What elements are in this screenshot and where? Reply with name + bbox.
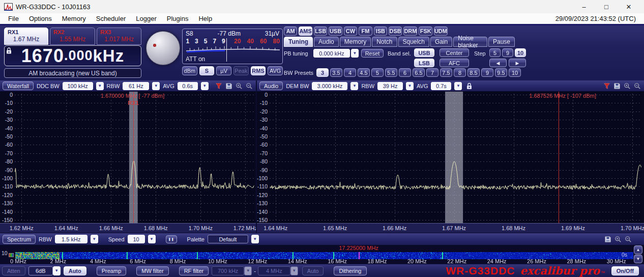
smeter-unit-button[interactable]: dBm [182,66,197,75]
mode-button[interactable]: LSB [314,26,327,36]
zoom-out-icon[interactable] [633,81,641,90]
onoff-button[interactable]: On/Off [611,266,639,275]
bw-preset-button[interactable]: 3.5 [330,68,342,77]
mode-button[interactable]: AMS [299,26,312,36]
audio-rbw-dropdown[interactable]: ▼ [406,82,414,90]
smeter-unit-button[interactable]: S [199,66,215,75]
demod-tab[interactable]: Pause [488,37,515,47]
mode-button[interactable]: AM [284,26,297,36]
palette-value[interactable]: Default [208,235,248,243]
bw-preset-button[interactable]: 9 [481,68,493,77]
rf-filter-to[interactable]: 4 MHz [258,266,290,275]
menu-item[interactable]: Scheduler [91,14,131,23]
rf-filter-auto-button[interactable]: Auto [302,266,324,275]
demod-tab[interactable]: Noise blanker [453,37,487,47]
pause-waterfall-button[interactable]: ❚❚ [166,235,177,243]
ddc-rbw-dropdown[interactable]: ▼ [152,82,160,90]
bw-preset-button[interactable]: 8.5 [467,68,480,77]
ddc-bw-dropdown[interactable]: ▼ [96,82,104,90]
spectrum-tab[interactable]: Spectrum [3,235,36,244]
bw-preset-button[interactable]: 7.5 [440,68,452,77]
ddc-bw-value[interactable]: 100 kHz [63,82,93,90]
zoom-in-icon[interactable] [613,235,622,243]
demod-tab[interactable]: Squelch [398,37,429,47]
rf-filter-to-dropdown[interactable]: ▼ [290,266,298,275]
bw-lock-icon[interactable] [465,81,474,90]
scroll-up-button[interactable]: ▲ [634,245,642,254]
dithering-button[interactable]: Dithering [334,266,366,275]
ddc-rbw-value[interactable]: 61 Hz [123,82,149,90]
pb-reset-button[interactable]: Reset [361,49,384,58]
zoom-out-icon[interactable] [245,81,253,90]
speed-value[interactable]: 10 [128,235,145,243]
wideband-rbw-value[interactable]: 1.5 kHz [55,235,87,243]
save-icon[interactable] [224,81,233,90]
receiver-tab[interactable]: RX3 1.017 MHz [97,27,141,45]
ddc-avg-dropdown[interactable]: ▼ [201,82,209,90]
step-up-button[interactable]: ▶ [509,59,526,67]
menu-item[interactable]: File [3,14,24,23]
atten-auto-button[interactable]: Auto [64,266,86,275]
audio-spectrum-canvas[interactable] [270,92,641,223]
step-button[interactable]: 5 [489,48,501,57]
smeter-unit-button[interactable]: RMS [251,66,266,75]
atten-button[interactable]: Atten [2,266,25,275]
mw-filter-button[interactable]: MW filter [136,266,168,275]
tuning-knob[interactable] [146,31,180,65]
wideband-rbw-dropdown[interactable]: ▼ [91,235,98,243]
lock-icon[interactable] [6,47,12,54]
mode-button[interactable]: UDM [434,26,448,36]
mode-button[interactable]: FSK [419,26,432,36]
dem-bw-value[interactable]: 3.000 kHz [312,82,347,90]
audio-avg-dropdown[interactable]: ▼ [454,82,462,90]
menu-item[interactable]: Options [24,14,57,23]
demod-tab[interactable]: Audio [314,37,339,47]
mode-button[interactable]: CW [344,26,357,36]
menu-item[interactable]: Plugins [162,14,194,23]
dem-bw-dropdown[interactable]: ▼ [350,82,358,90]
pb-tuning-dropdown[interactable]: ▼ [351,49,359,58]
waterfall-tab[interactable]: Waterfall [3,81,34,90]
step-button[interactable]: 10 [515,48,526,57]
smeter-unit-button[interactable]: AVG [268,66,283,75]
menu-item[interactable]: Memory [57,14,91,23]
menu-item[interactable]: Logger [131,14,161,23]
palette-dropdown[interactable]: ▼ [251,235,259,243]
center-button[interactable]: Center [440,48,469,57]
bw-preset-button[interactable]: 10 [509,68,521,77]
bw-preset-button[interactable]: 3 [316,68,329,77]
mode-button[interactable]: DSB [389,26,402,36]
bw-preset-button[interactable]: 8 [454,68,466,77]
bw-preset-button[interactable]: 5.5 [385,68,397,77]
ddc-spectrum-plot[interactable]: 1.670000 MHz [ -77 dBm] RX1 [15,92,254,223]
receiver-tab[interactable]: RX1 1.67 MHz [4,27,48,45]
menu-item[interactable]: Help [193,14,217,23]
bw-preset-button[interactable]: 6 [399,68,411,77]
ddc-spectrum-canvas[interactable] [15,92,254,223]
rf-filter-from-dropdown[interactable]: ▼ [244,266,252,275]
speed-dropdown[interactable]: ▼ [148,235,156,243]
scroll-down-button[interactable]: ▼ [634,255,642,263]
bw-preset-button[interactable]: 4 [344,68,356,77]
minimize-button[interactable]: – [573,0,595,13]
mode-button[interactable]: FM [359,26,372,36]
rf-filter-from[interactable]: 700 kHz [212,266,244,275]
atten-dropdown[interactable]: ▼ [53,266,61,275]
mode-button[interactable]: USB [329,26,342,36]
audio-spectrum-plot[interactable]: 1.687526 MHz [ -107 dBm] [270,92,641,223]
band-usb-button[interactable]: USB [414,48,434,57]
rf-filter-button[interactable]: RF filter [179,266,209,275]
zoom-out-icon[interactable] [624,235,632,243]
afc-button[interactable]: AFC [440,59,469,67]
audio-rbw-value[interactable]: 39 Hz [377,82,403,90]
demod-tab[interactable]: Gain [430,37,452,47]
zoom-in-icon[interactable] [623,81,631,90]
zoom-in-icon[interactable] [235,81,243,90]
bw-preset-button[interactable]: 6.5 [413,68,425,77]
ddc-avg-value[interactable]: 0.6s [178,82,198,90]
save-icon[interactable] [612,81,621,90]
bw-preset-button[interactable]: 4.5 [358,68,370,77]
save-icon[interactable] [603,235,612,243]
mode-button[interactable]: ISB [374,26,387,36]
preamp-button[interactable]: Preamp [97,266,127,275]
